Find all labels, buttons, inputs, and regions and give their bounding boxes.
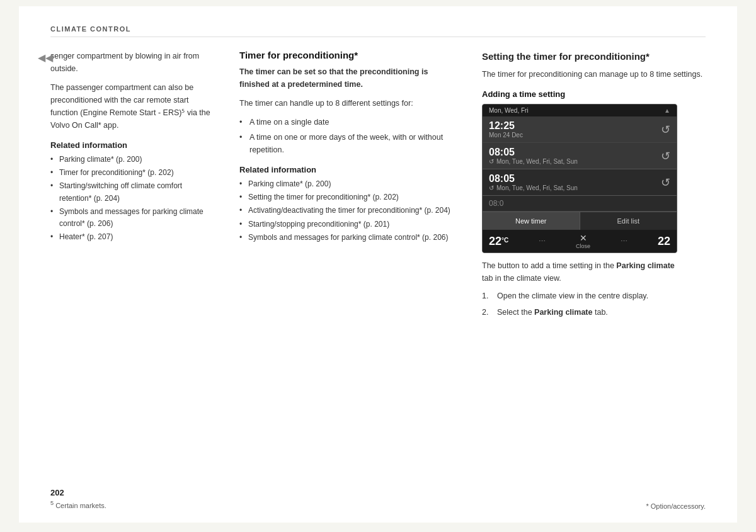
header-days: Mon, Wed, Fri <box>489 107 529 114</box>
edit-list-button[interactable]: Edit list <box>580 212 677 230</box>
option-note: * Option/accessory. <box>646 502 706 510</box>
page-number: 202 <box>50 488 106 497</box>
bottom-fan-icon-right: ⋯ <box>621 237 627 246</box>
bottom-fan-icon-left: ⋯ <box>539 237 546 246</box>
footnote-section: 202 5 Certain markets. <box>50 488 106 510</box>
left-related-info-title: Related information <box>50 140 214 150</box>
step-2-text: Select the Parking climate tab. <box>497 306 608 319</box>
slot1-action-icon[interactable]: ↺ <box>661 123 670 137</box>
fan-icon-right: ⋯ <box>621 237 627 246</box>
footnote-text: 5 Certain markets. <box>50 502 106 509</box>
climate-bottom-bar: 22°C ⋯ ✕ Close ⋯ 22 <box>483 230 677 252</box>
slot3-time: 08:05 <box>489 173 578 184</box>
middle-related-info-title: Related information <box>239 165 457 174</box>
right-body-text: The timer for preconditioning can manage… <box>482 68 706 81</box>
adding-time-setting-title: Adding a time setting <box>482 89 706 99</box>
climate-button-row: New timer Edit list <box>483 212 677 230</box>
time-slot-3[interactable]: 08:05 ↺ Mon, Tue, Wed, Fri, Sat, Sun ↺ <box>483 169 677 196</box>
new-timer-button[interactable]: New timer <box>483 212 580 230</box>
middle-links-list: Parking climate* (p. 200) Setting the ti… <box>239 178 457 244</box>
close-button[interactable]: ✕ Close <box>576 233 590 249</box>
list-item[interactable]: Symbols and messages for parking climate… <box>239 232 457 244</box>
list-item: A time on a single date <box>239 116 457 128</box>
time-slot-partial: 08:0 <box>483 196 677 212</box>
list-item: A time on one or more days of the week, … <box>239 131 457 156</box>
list-item[interactable]: Parking climate* (p. 200) <box>239 178 457 190</box>
parking-climate-step-bold: Parking climate <box>534 308 592 317</box>
step-2: 2. Select the Parking climate tab. <box>482 306 706 319</box>
step-2-num: 2. <box>482 306 492 319</box>
middle-bullet-list: A time on a single date A time on one or… <box>239 116 457 156</box>
intro-text-1: senger compartment by blowing in air fro… <box>50 50 214 75</box>
temp-left-display: 22°C <box>489 235 508 248</box>
climate-ui-caption: The button to add a time setting in the … <box>482 259 677 285</box>
back-arrow-icon: ◀◀ <box>38 52 53 64</box>
left-column: senger compartment by blowing in air fro… <box>50 50 220 322</box>
step-1: 1. Open the climate view in the centre d… <box>482 290 706 302</box>
list-item[interactable]: Starting/stopping preconditioning* (p. 2… <box>239 218 457 230</box>
climate-ui-mockup: Mon, Wed, Fri ▲ 12:25 Mon 24 Dec ↺ <box>482 104 677 253</box>
repeat-icon-3: ↺ <box>489 184 494 191</box>
temp-right-display: 22 <box>658 235 670 248</box>
list-item[interactable]: Starting/switching off climate comfort r… <box>50 180 214 204</box>
right-section-title: Setting the timer for preconditioning* <box>482 50 706 63</box>
list-item[interactable]: Setting the timer for preconditioning* (… <box>239 191 457 203</box>
steps-list: 1. Open the climate view in the centre d… <box>482 290 706 319</box>
header-label: CLIMATE CONTROL <box>50 25 131 33</box>
middle-section-title: Timer for preconditioning* <box>239 50 457 60</box>
middle-column: Timer for preconditioning* The timer can… <box>239 50 463 322</box>
middle-body-text: The timer can handle up to 8 different s… <box>239 97 457 110</box>
list-item[interactable]: Activating/deactivating the timer for pr… <box>239 205 457 217</box>
page-footer: 202 5 Certain markets. * Option/accessor… <box>50 488 706 510</box>
middle-bold-intro: The timer can be set so that the precond… <box>239 65 457 91</box>
fan-icon-left: ⋯ <box>539 237 546 246</box>
footnote-marker: 5 <box>50 500 54 506</box>
slot1-time: 12:25 <box>489 120 523 132</box>
intro-text-2: The passenger compartment can also be pr… <box>50 81 214 132</box>
slot3-action-icon[interactable]: ↺ <box>661 176 670 190</box>
slot3-days: ↺ Mon, Tue, Wed, Fri, Sat, Sun <box>489 184 578 191</box>
close-label: Close <box>576 243 590 249</box>
slot2-days: ↺ Mon, Tue, Wed, Fri, Sat, Sun <box>489 158 578 165</box>
close-x-icon: ✕ <box>576 233 590 243</box>
repeat-icon: ↺ <box>489 158 494 165</box>
time-slot-2[interactable]: 08:05 ↺ Mon, Tue, Wed, Fri, Sat, Sun ↺ <box>483 143 677 169</box>
scroll-indicator: ▲ <box>664 107 670 114</box>
left-links-list: Parking climate* (p. 200) Timer for prec… <box>50 154 214 243</box>
list-item[interactable]: Symbols and messages for parking climate… <box>50 206 214 230</box>
list-item[interactable]: Parking climate* (p. 200) <box>50 154 214 166</box>
step-1-num: 1. <box>482 290 492 302</box>
parking-climate-bold: Parking climate <box>616 261 674 270</box>
list-item[interactable]: Heater* (p. 207) <box>50 231 214 243</box>
time-slot-1[interactable]: 12:25 Mon 24 Dec ↺ <box>483 116 677 143</box>
slot1-date: Mon 24 Dec <box>489 132 523 139</box>
right-column: Setting the timer for preconditioning* T… <box>482 50 706 322</box>
page-header: CLIMATE CONTROL <box>50 25 706 37</box>
slot2-action-icon[interactable]: ↺ <box>661 149 670 163</box>
list-item[interactable]: Timer for preconditioning* (p. 202) <box>50 167 214 179</box>
slot2-time: 08:05 <box>489 147 578 158</box>
step-1-text: Open the climate view in the centre disp… <box>497 290 648 302</box>
climate-header-bar: Mon, Wed, Fri ▲ <box>483 105 677 116</box>
